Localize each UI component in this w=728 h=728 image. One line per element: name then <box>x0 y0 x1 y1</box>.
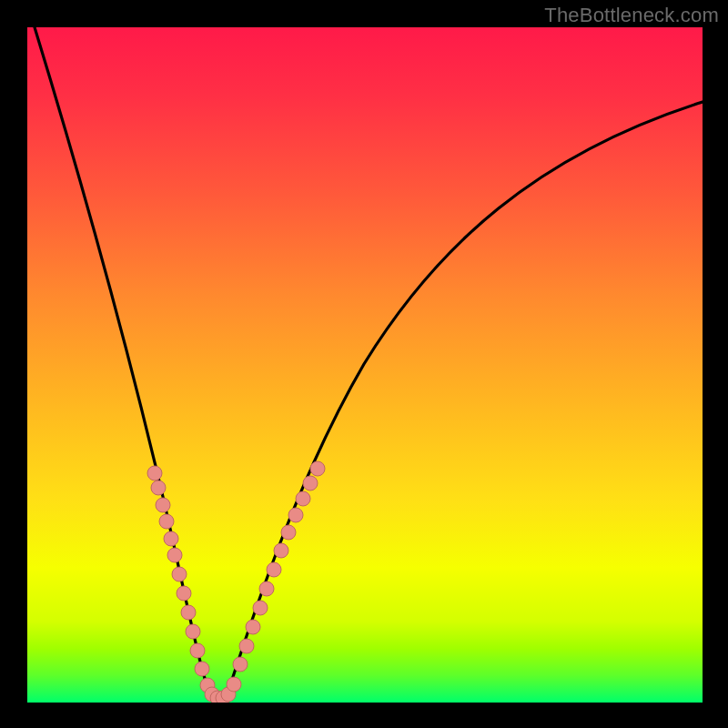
svg-point-29 <box>310 461 325 476</box>
svg-point-26 <box>288 508 303 522</box>
svg-point-9 <box>186 624 200 639</box>
bottleneck-curve-path <box>35 27 703 699</box>
svg-point-1 <box>151 480 166 495</box>
svg-point-18 <box>233 657 248 672</box>
svg-point-21 <box>253 601 268 615</box>
svg-point-5 <box>167 548 182 562</box>
curve-overlay <box>27 27 703 703</box>
svg-point-22 <box>259 581 274 596</box>
svg-point-28 <box>303 476 318 490</box>
chart-stage: TheBottleneck.com <box>0 0 728 728</box>
svg-point-2 <box>156 498 170 512</box>
svg-point-4 <box>164 531 178 546</box>
svg-point-17 <box>227 677 241 692</box>
svg-point-6 <box>172 567 187 581</box>
svg-point-7 <box>177 586 191 601</box>
svg-point-11 <box>195 662 209 676</box>
svg-point-23 <box>267 562 281 577</box>
marker-dots <box>147 461 325 703</box>
plot-area <box>27 27 703 703</box>
svg-point-3 <box>159 514 174 529</box>
svg-point-0 <box>147 466 162 480</box>
svg-point-8 <box>181 605 196 620</box>
watermark-text: TheBottleneck.com <box>544 4 719 27</box>
svg-point-20 <box>246 620 260 634</box>
svg-point-24 <box>274 543 288 558</box>
svg-point-19 <box>239 639 254 653</box>
svg-point-27 <box>296 491 310 506</box>
svg-point-10 <box>190 643 205 658</box>
svg-point-25 <box>281 525 296 540</box>
